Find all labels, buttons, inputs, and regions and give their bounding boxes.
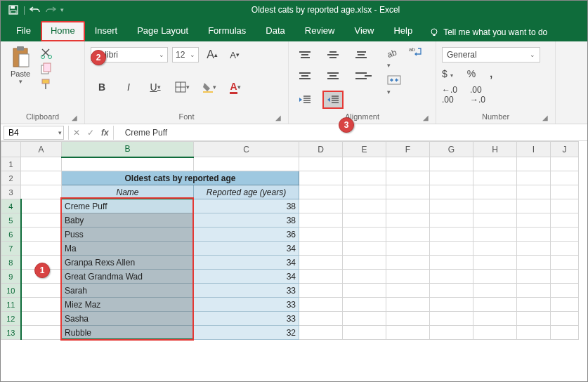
row-header-3[interactable]: 3 <box>1 185 21 199</box>
cell[interactable] <box>299 242 343 256</box>
cell[interactable] <box>517 256 551 270</box>
cell[interactable] <box>551 171 579 185</box>
cancel-formula-icon[interactable]: ✕ <box>73 128 80 138</box>
row-header-9[interactable]: 9 <box>1 270 21 284</box>
cell[interactable] <box>386 228 430 242</box>
cell[interactable] <box>299 185 343 199</box>
cell[interactable] <box>473 284 517 298</box>
orientation-icon[interactable]: ab▾ <box>387 46 401 70</box>
col-header-G[interactable]: G <box>430 142 473 157</box>
cell[interactable] <box>551 242 579 256</box>
cell[interactable] <box>21 185 62 199</box>
cell[interactable] <box>517 213 551 228</box>
cell-age[interactable]: 38 <box>194 199 299 213</box>
cell[interactable] <box>517 284 551 298</box>
cell-age[interactable]: 33 <box>194 284 299 298</box>
cell-name[interactable]: Baby <box>62 213 194 228</box>
paste-button[interactable]: Paste ▾ <box>6 46 34 85</box>
cell[interactable] <box>517 199 551 213</box>
cell-name[interactable]: Sasha <box>62 312 194 326</box>
row-header-8[interactable]: 8 <box>1 256 21 270</box>
cell[interactable] <box>299 157 343 171</box>
table-title[interactable]: Oldest cats by reported age <box>62 171 299 185</box>
name-box[interactable]: B4▾ <box>4 126 64 140</box>
cell[interactable] <box>386 256 430 270</box>
col-header-age[interactable]: Reported age (years) <box>194 185 299 199</box>
cell[interactable] <box>343 185 386 199</box>
cell[interactable] <box>343 256 386 270</box>
increase-indent-button[interactable] <box>322 91 344 109</box>
cell[interactable] <box>343 171 386 185</box>
cell[interactable] <box>430 242 473 256</box>
cell[interactable] <box>343 228 386 242</box>
cell[interactable] <box>517 185 551 199</box>
cell[interactable] <box>299 256 343 270</box>
cell[interactable] <box>386 171 430 185</box>
cell[interactable] <box>430 213 473 228</box>
tab-review[interactable]: Review <box>295 21 345 41</box>
cell-name[interactable]: Rubble <box>62 326 194 340</box>
cell-age[interactable]: 33 <box>194 298 299 312</box>
col-header-A[interactable]: A <box>21 142 62 157</box>
cell[interactable] <box>473 199 517 213</box>
cell[interactable] <box>430 270 473 284</box>
cell[interactable] <box>473 242 517 256</box>
cell[interactable] <box>299 326 343 340</box>
font-color-button[interactable]: A▾ <box>224 78 247 96</box>
cell[interactable] <box>21 326 62 340</box>
cell[interactable] <box>386 199 430 213</box>
cell[interactable] <box>386 326 430 340</box>
align-right-icon[interactable] <box>351 67 372 85</box>
row-header-12[interactable]: 12 <box>1 312 21 326</box>
enter-formula-icon[interactable]: ✓ <box>87 128 94 138</box>
cell[interactable] <box>343 213 386 228</box>
cell[interactable] <box>551 185 579 199</box>
cell-age[interactable]: 33 <box>194 312 299 326</box>
font-launcher-icon[interactable]: ◢ <box>274 114 282 122</box>
format-painter-icon[interactable] <box>40 78 53 91</box>
wrap-text-icon[interactable]: ab <box>408 46 422 70</box>
fill-color-button[interactable]: ▾ <box>197 78 220 96</box>
cell[interactable] <box>343 326 386 340</box>
tab-view[interactable]: View <box>344 21 384 41</box>
row-header-1[interactable]: 1 <box>1 157 21 171</box>
cell[interactable] <box>430 284 473 298</box>
cell[interactable] <box>343 312 386 326</box>
row-header-2[interactable]: 2 <box>1 171 21 185</box>
cell[interactable] <box>386 270 430 284</box>
borders-button[interactable]: ▾ <box>171 78 193 96</box>
cell[interactable] <box>430 256 473 270</box>
bold-button[interactable]: B <box>91 78 113 96</box>
alignment-launcher-icon[interactable]: ◢ <box>422 114 430 122</box>
cell[interactable] <box>21 228 62 242</box>
cell[interactable] <box>517 270 551 284</box>
redo-icon[interactable] <box>45 4 56 15</box>
cell[interactable] <box>299 171 343 185</box>
increase-decimal-icon[interactable]: ←.0.00 <box>442 85 457 105</box>
cell[interactable] <box>473 326 517 340</box>
cell[interactable] <box>299 228 343 242</box>
cell[interactable] <box>551 157 579 171</box>
cell-name[interactable]: Granpa Rexs Allen <box>62 256 194 270</box>
cell[interactable] <box>430 312 473 326</box>
undo-icon[interactable] <box>30 4 41 15</box>
align-top-icon[interactable] <box>294 46 315 64</box>
cell[interactable] <box>517 242 551 256</box>
cell[interactable] <box>517 171 551 185</box>
col-header-H[interactable]: H <box>473 142 517 157</box>
cell[interactable] <box>386 312 430 326</box>
cell[interactable] <box>551 270 579 284</box>
row-header-13[interactable]: 13 <box>1 326 21 340</box>
cell[interactable] <box>517 312 551 326</box>
tab-help[interactable]: Help <box>384 21 422 41</box>
number-format-select[interactable]: General⌄ <box>442 47 540 62</box>
cell[interactable] <box>21 312 62 326</box>
cell[interactable] <box>299 270 343 284</box>
cell[interactable] <box>430 199 473 213</box>
cell[interactable] <box>473 256 517 270</box>
cell[interactable] <box>551 284 579 298</box>
cell[interactable] <box>386 242 430 256</box>
cell[interactable] <box>551 298 579 312</box>
cell[interactable] <box>473 185 517 199</box>
tab-home[interactable]: Home <box>41 21 85 41</box>
